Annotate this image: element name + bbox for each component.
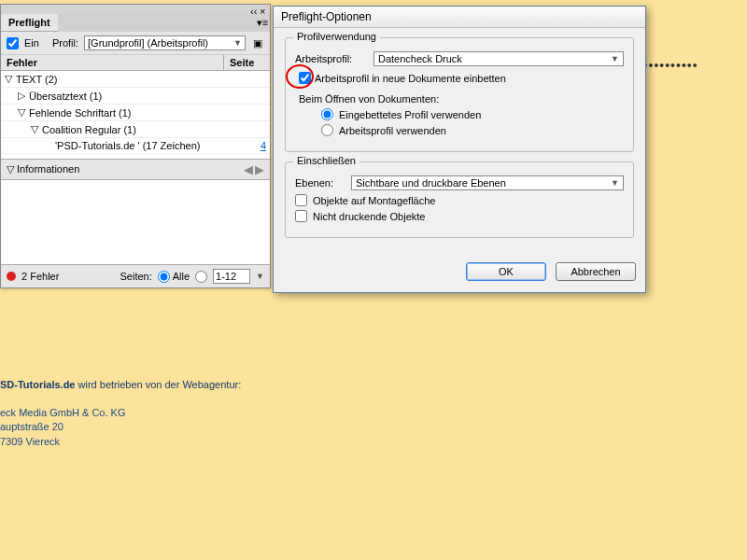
pages-all-label: Alle bbox=[173, 271, 190, 282]
embed-profile-label: Arbeitsprofil in neue Dokumente einbette… bbox=[315, 73, 506, 84]
info-section-header[interactable]: ▽ Informationen ◀ ▶ bbox=[1, 159, 270, 180]
tree-label: Fehlende Schriftart (1) bbox=[29, 107, 266, 119]
use-work-label: Arbeitsprofil verwenden bbox=[339, 125, 446, 136]
twisty-open-icon[interactable]: ▽ bbox=[18, 106, 29, 119]
info-body bbox=[1, 180, 270, 264]
group-legend: Profilverwendung bbox=[293, 31, 380, 42]
preflight-panel: ‹‹ × Preflight ▾≡ Ein Profil: [Grundprof… bbox=[0, 4, 271, 288]
embed-profile-icon[interactable]: ▣ bbox=[251, 37, 264, 49]
preflight-on-label: Ein bbox=[24, 37, 39, 49]
col-errors: Fehler bbox=[1, 55, 223, 70]
include-group: Einschließen Ebenen: Sichtbare und druck… bbox=[285, 161, 634, 238]
group-legend: Einschließen bbox=[293, 155, 359, 166]
preflight-toolbar: Ein Profil: [Grundprofil] (Arbeitsprofil… bbox=[1, 32, 270, 55]
on-open-label: Beim Öffnen von Dokumenten: bbox=[299, 93, 624, 105]
use-work-radio[interactable] bbox=[321, 124, 333, 136]
addr-city: 7309 Viereck bbox=[0, 435, 241, 449]
preflight-options-dialog: Preflight-Optionen Profilverwendung Arbe… bbox=[273, 6, 646, 293]
pages-range-radio[interactable] bbox=[195, 271, 207, 283]
tree-row[interactable]: ▽ Coalition Regular (1) bbox=[1, 121, 270, 138]
embed-checkbox-row[interactable]: Arbeitsprofil in neue Dokumente einbette… bbox=[295, 70, 510, 86]
panel-tabbar: Preflight ▾≡ bbox=[1, 14, 270, 32]
profile-label: Profil: bbox=[52, 37, 78, 49]
pasteboard-checkbox[interactable] bbox=[295, 194, 307, 206]
tree-row-root[interactable]: ▽ TEXT (2) bbox=[1, 71, 270, 88]
profile-value: [Grundprofil] (Arbeitsprofil) bbox=[88, 37, 208, 49]
preflight-on-checkbox[interactable] bbox=[7, 37, 19, 49]
close-icon[interactable]: × bbox=[260, 6, 267, 13]
preflight-footer: 2 Fehler Seiten: Alle 1-12 ▼ bbox=[1, 264, 270, 287]
error-list-header: Fehler Seite bbox=[1, 55, 270, 71]
chevron-down-icon: ▼ bbox=[611, 178, 619, 188]
footer-line1-rest: wird betrieben von der Webagentur: bbox=[75, 379, 241, 390]
use-embedded-label: Eingebettetes Profil verwenden bbox=[339, 109, 481, 120]
page-link[interactable]: 4 bbox=[229, 140, 266, 151]
pages-all-radio-input[interactable] bbox=[158, 271, 170, 283]
embed-profile-checkbox[interactable] bbox=[299, 72, 311, 84]
tree-row[interactable]: 'PSD-Tutorials.de ' (17 Zeichen) 4 bbox=[1, 138, 270, 154]
error-count: 2 Fehler bbox=[21, 271, 59, 282]
prev-icon[interactable]: ◀ bbox=[244, 162, 253, 176]
chevron-down-icon[interactable]: ▼ bbox=[256, 272, 264, 281]
col-page: Seite bbox=[223, 55, 270, 70]
profile-dropdown[interactable]: [Grundprofil] (Arbeitsprofil) ▼ bbox=[84, 35, 246, 50]
work-profile-label: Arbeitsprofil: bbox=[295, 53, 368, 64]
minimize-icon[interactable]: ‹‹ bbox=[250, 6, 258, 13]
nonprinting-label: Nicht druckende Objekte bbox=[313, 211, 425, 222]
profile-usage-group: Profilverwendung Arbeitsprofil: Datenche… bbox=[285, 37, 634, 152]
tree-label: Übersatztext (1) bbox=[29, 91, 266, 102]
pages-label: Seiten: bbox=[120, 271, 151, 282]
tree-row[interactable]: ▽ Fehlende Schriftart (1) bbox=[1, 105, 270, 121]
tab-preflight[interactable]: Preflight bbox=[1, 14, 58, 32]
chevron-down-icon: ▼ bbox=[611, 54, 619, 63]
tree-label: TEXT (2) bbox=[16, 74, 266, 85]
layers-value: Sichtbare und druckbare Ebenen bbox=[356, 177, 506, 189]
tree-label: 'PSD-Tutorials.de ' (17 Zeichen) bbox=[55, 140, 229, 151]
nonprinting-checkbox[interactable] bbox=[295, 210, 307, 222]
chevron-down-icon: ▼ bbox=[233, 38, 242, 48]
pages-range-input[interactable]: 1-12 bbox=[213, 269, 250, 284]
twisty-open-icon[interactable]: ▽ bbox=[31, 123, 42, 135]
work-profile-value: Datencheck Druck bbox=[378, 53, 462, 64]
twisty-open-icon[interactable]: ▽ bbox=[7, 163, 14, 175]
pasteboard-label: Objekte auf Montagefläche bbox=[313, 195, 435, 206]
cancel-button[interactable]: Abbrechen bbox=[556, 262, 636, 281]
layers-label: Ebenen: bbox=[295, 177, 345, 189]
next-icon[interactable]: ▶ bbox=[255, 162, 264, 176]
twisty-closed-icon[interactable]: ▷ bbox=[18, 90, 29, 102]
ok-button[interactable]: OK bbox=[466, 262, 546, 281]
pages-all-radio[interactable]: Alle bbox=[158, 271, 190, 283]
work-profile-dropdown[interactable]: Datencheck Druck ▼ bbox=[374, 51, 624, 66]
tree-row[interactable]: ▷ Übersatztext (1) bbox=[1, 88, 270, 105]
addr-street: auptstraße 20 bbox=[0, 420, 241, 434]
twisty-open-icon[interactable]: ▽ bbox=[5, 73, 16, 85]
dialog-button-row: OK Abbrechen bbox=[274, 257, 645, 292]
layers-dropdown[interactable]: Sichtbare und druckbare Ebenen ▼ bbox=[351, 175, 624, 190]
page-footer-text: SD-Tutorials.de wird betrieben von der W… bbox=[0, 371, 241, 449]
error-indicator-icon bbox=[7, 272, 16, 281]
dialog-title: Preflight-Optionen bbox=[274, 7, 645, 28]
info-label: Informationen bbox=[17, 163, 79, 175]
tree-label: Coalition Regular (1) bbox=[42, 124, 266, 135]
panel-window-controls: ‹‹ × bbox=[1, 5, 270, 14]
site-name: SD-Tutorials.de bbox=[0, 379, 75, 390]
error-tree[interactable]: ▽ TEXT (2) ▷ Übersatztext (1) ▽ Fehlende… bbox=[1, 71, 270, 159]
addr-company: eck Media GmbH & Co. KG bbox=[0, 406, 241, 420]
panel-menu-icon[interactable]: ▾≡ bbox=[255, 17, 270, 29]
use-embedded-radio[interactable] bbox=[321, 108, 333, 120]
